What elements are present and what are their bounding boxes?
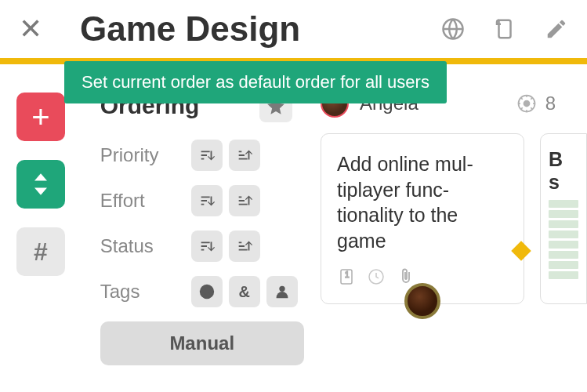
sort-asc-button[interactable] [229, 230, 260, 262]
sort-asc-button[interactable] [229, 140, 260, 171]
tag-person-button[interactable] [266, 276, 298, 307]
order-label: Priority [100, 144, 183, 166]
badge-icon [516, 93, 538, 114]
sort-desc-button[interactable] [191, 140, 223, 171]
scroll-icon[interactable] [493, 17, 516, 41]
manual-button[interactable]: Manual [100, 321, 304, 365]
svg-text:1: 1 [345, 270, 350, 279]
card[interactable]: Bs [540, 133, 587, 304]
card-avatar [404, 283, 440, 319]
order-label: Effort [100, 190, 183, 212]
order-label: Status [100, 235, 183, 257]
svg-point-2 [279, 286, 284, 292]
sort-desc-button[interactable] [191, 185, 223, 216]
clock-icon [367, 267, 386, 286]
card-title: Add online mul­tiplayer func­tionality t… [337, 151, 508, 253]
sort-asc-button[interactable] [229, 185, 260, 216]
tag-globe-button[interactable] [191, 276, 223, 307]
page-title: Game Design [80, 9, 435, 49]
card-title: Bs [549, 148, 578, 194]
card[interactable]: Add online mul­tiplayer func­tionality t… [321, 133, 524, 304]
close-button[interactable]: ✕ [19, 13, 42, 45]
sort-desc-button[interactable] [191, 230, 223, 262]
attachment-icon [397, 267, 415, 286]
tooltip: Set current order as default order for a… [64, 61, 447, 103]
diamond-indicator [511, 241, 531, 260]
hash-button[interactable]: # [16, 227, 65, 276]
pencil-icon[interactable] [545, 17, 568, 41]
add-button[interactable]: + [16, 93, 65, 141]
card-preview-lines [549, 200, 578, 279]
order-label: Tags [100, 281, 183, 303]
badge-count: 8 [545, 93, 556, 114]
globe-icon[interactable] [441, 17, 465, 41]
svg-point-4 [524, 101, 529, 107]
sort-button[interactable] [16, 160, 65, 209]
card-icon-1: 1 [337, 267, 356, 286]
tag-amp-button[interactable]: & [229, 276, 260, 307]
